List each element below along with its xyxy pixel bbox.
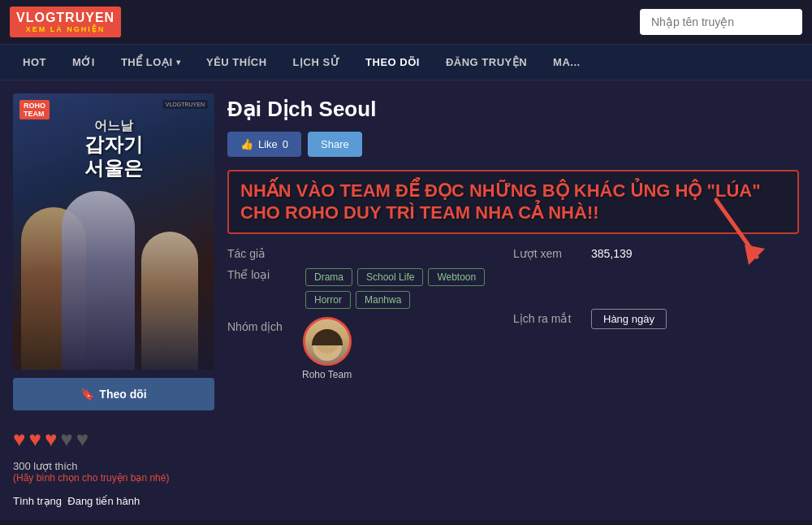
status-label: Tình trạng: [13, 495, 62, 507]
logo-sub-text: XEM LÀ NGHIỆN: [26, 25, 106, 34]
genre-drama[interactable]: Drama: [305, 268, 352, 286]
manga-title: Đại Dịch Seoul: [227, 97, 799, 122]
genre-webtoon[interactable]: Webtoon: [428, 268, 485, 286]
chevron-down-icon: ▾: [176, 58, 181, 67]
genre-manhwa[interactable]: Manhwa: [356, 291, 410, 309]
nav-item-ma[interactable]: MA...: [540, 45, 594, 80]
group-label: Nhóm dịch: [227, 317, 292, 333]
like-button[interactable]: 👍 Like 0: [227, 132, 301, 157]
nav-item-theo-doi[interactable]: THEO DÕI: [352, 45, 433, 80]
nav-item-the-loai[interactable]: THỂ LOẠI ▾: [108, 45, 193, 80]
search-input[interactable]: [640, 9, 802, 35]
header: VLOGTRUYEN XEM LÀ NGHIỆN: [0, 0, 812, 45]
logo-box[interactable]: VLOGTRUYEN XEM LÀ NGHIỆN: [10, 7, 121, 37]
genres-list: Drama School Life Webtoon Horror Manhwa: [305, 268, 513, 309]
views-label: Lượt xem: [513, 247, 578, 260]
nav-item-lich-su[interactable]: LỊCH SỬ: [280, 45, 353, 80]
heart-3[interactable]: ♥: [45, 427, 57, 452]
genre-row: Thể loại Drama School Life Webtoon Horro…: [227, 268, 513, 309]
author-row: Tác giả: [227, 247, 513, 260]
translator-name: Roho Team: [302, 369, 352, 380]
action-buttons: 👍 Like 0 Share: [227, 132, 799, 157]
schedule-value: Hàng ngày: [591, 309, 667, 329]
avatar-face: [305, 319, 349, 363]
rating-count: 300 lượt thích: [13, 460, 214, 472]
main-content: 어느날 갑자기 서울은 ROHOTEAM VLOGTRUYEN 🔖 Theo d…: [0, 80, 812, 520]
heart-1[interactable]: ♥: [13, 427, 25, 452]
bookmark-icon: 🔖: [80, 388, 94, 401]
share-button[interactable]: Share: [308, 132, 362, 157]
genre-horror[interactable]: Horror: [305, 291, 351, 309]
translator-avatar[interactable]: [303, 317, 352, 366]
info-left-col: Tác giả Thể loại Drama School Life Webto…: [227, 247, 513, 380]
group-row: Nhóm dịch Roho Team: [227, 317, 513, 380]
nav-item-dang-truyen[interactable]: ĐĂNG TRUYỆN: [433, 45, 540, 80]
translator-group[interactable]: Roho Team: [302, 317, 352, 380]
status-value: Đang tiến hành: [67, 495, 140, 507]
cover-text-overlay: 어느날 갑자기 서울은: [76, 118, 151, 180]
logo: VLOGTRUYEN XEM LÀ NGHIỆN: [10, 7, 121, 37]
red-arrow-icon: [700, 192, 781, 273]
nav-item-yeu-thich[interactable]: YÊU THÍCH: [193, 45, 280, 80]
genre-school-life[interactable]: School Life: [357, 268, 423, 286]
schedule-row: Lịch ra mắt Hàng ngày: [513, 309, 799, 329]
logo-main-text: VLOGTRUYEN: [16, 10, 114, 25]
cover-background: 어느날 갑자기 서울은 ROHOTEAM VLOGTRUYEN: [13, 93, 214, 370]
nav-bar: HOT MỚI THỂ LOẠI ▾ YÊU THÍCH LỊCH SỬ THE…: [0, 45, 812, 80]
heart-4[interactable]: ♥: [60, 427, 72, 452]
nav-item-moi[interactable]: MỚI: [59, 45, 108, 80]
status-row: Tình trạng Đang tiến hành: [13, 495, 214, 507]
views-value: 385,139: [591, 247, 633, 260]
promo-banner[interactable]: NHẤN VÀO TEAM ĐỂ ĐỌC NHỮNG BỘ KHÁC ỦNG H…: [227, 170, 799, 234]
cover-image: 어느날 갑자기 서울은 ROHOTEAM VLOGTRUYEN: [13, 93, 214, 370]
nav-item-hot[interactable]: HOT: [10, 45, 59, 80]
svg-marker-1: [745, 245, 765, 265]
schedule-label: Lịch ra mắt: [513, 312, 578, 325]
heart-5[interactable]: ♥: [76, 427, 89, 452]
left-panel: 어느날 갑자기 서울은 ROHOTEAM VLOGTRUYEN 🔖 Theo d…: [13, 93, 214, 507]
genre-label: Thể loại: [227, 268, 292, 281]
right-panel: Đại Dịch Seoul 👍 Like 0 Share NHẤN VÀO T…: [227, 93, 799, 507]
follow-button[interactable]: 🔖 Theo dõi: [13, 378, 214, 410]
roho-badge: ROHOTEAM: [19, 100, 50, 119]
rating-info: 300 lượt thích (Hãy bình chọn cho truyện…: [13, 460, 214, 484]
thumbs-up-icon: 👍: [240, 138, 253, 150]
heart-2[interactable]: ♥: [28, 427, 41, 452]
vlog-watermark: VLOGTRUYEN: [162, 100, 208, 109]
rating-prompt: (Hãy bình chọn cho truyện bạn nhé): [13, 472, 214, 484]
hearts-rating[interactable]: ♥ ♥ ♥ ♥ ♥: [13, 420, 214, 458]
author-label: Tác giả: [227, 247, 292, 260]
